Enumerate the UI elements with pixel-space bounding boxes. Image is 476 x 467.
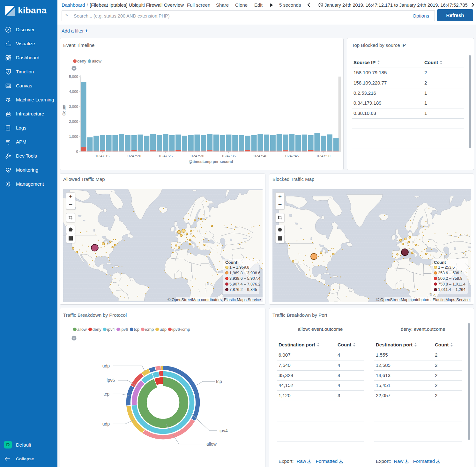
svg-text:1,000: 1,000 — [69, 135, 78, 138]
svg-text:253.6 – 506.2: 253.6 – 506.2 — [438, 271, 463, 275]
svg-text:ipv4: ipv4 — [219, 428, 228, 433]
svg-text:1 – 1,969.8: 1 – 1,969.8 — [229, 265, 249, 270]
svg-text:1,011.4 – 1,264: 1,011.4 – 1,264 — [438, 287, 465, 292]
svg-text:© OpenStreetMap contributors,: © OpenStreetMap contributors, Elastic Ma… — [167, 298, 261, 302]
svg-text:tcp: tcp — [103, 391, 109, 397]
svg-text:allow: allow — [206, 441, 217, 447]
svg-text:1,969.8 – 3,938.6: 1,969.8 – 3,938.6 — [229, 271, 260, 275]
svg-text:16:47:40: 16:47:40 — [253, 154, 267, 158]
svg-text:16:47:35: 16:47:35 — [221, 154, 236, 158]
svg-text:3,000: 3,000 — [69, 105, 78, 108]
svg-text:16:47:45: 16:47:45 — [285, 154, 299, 158]
svg-text:7,876.2 – 9,845: 7,876.2 – 9,845 — [229, 287, 257, 292]
svg-text:16:47:25: 16:47:25 — [158, 154, 173, 158]
svg-text:ipv6: ipv6 — [107, 378, 115, 383]
svg-text:5,907.4 – 7,876.2: 5,907.4 – 7,876.2 — [229, 282, 260, 286]
svg-text:udp: udp — [102, 363, 110, 368]
svg-text:Count: Count — [434, 260, 446, 265]
svg-text:758.8 – 1,011.4: 758.8 – 1,011.4 — [438, 282, 465, 286]
svg-text:16:47:50: 16:47:50 — [316, 154, 331, 158]
svg-text:16:47:15: 16:47:15 — [95, 154, 110, 158]
svg-text:4,000: 4,000 — [69, 90, 78, 93]
svg-text:Count: Count — [62, 105, 66, 116]
svg-text:© OpenStreetMap contributors,: © OpenStreetMap contributors, Elastic Ma… — [376, 298, 470, 302]
svg-text:@timestamp per second: @timestamp per second — [189, 159, 233, 164]
svg-text:tcp: tcp — [216, 379, 222, 384]
svg-text:506.2 – 758.8: 506.2 – 758.8 — [438, 276, 463, 281]
svg-text:5,000: 5,000 — [69, 75, 78, 78]
svg-text:0: 0 — [76, 150, 78, 153]
svg-text:3,938.6 – 5,907.4: 3,938.6 – 5,907.4 — [229, 276, 260, 281]
svg-text:16:47:20: 16:47:20 — [127, 154, 141, 158]
svg-text:Count: Count — [225, 260, 237, 265]
svg-text:1 – 253.6: 1 – 253.6 — [438, 265, 455, 270]
svg-text:2,000: 2,000 — [69, 120, 78, 123]
svg-text:16:47:30: 16:47:30 — [190, 154, 204, 158]
svg-text:udp: udp — [102, 421, 110, 426]
